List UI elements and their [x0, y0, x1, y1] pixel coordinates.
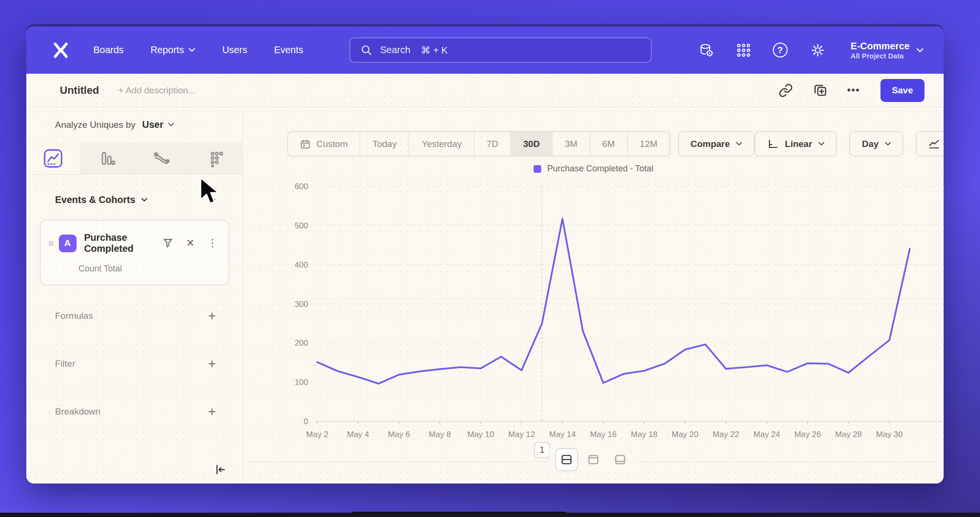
mixpanel-logo-icon[interactable] [48, 38, 73, 63]
event-card-purchase-completed[interactable]: ≡ A Purchase Completed ✕ ⋮ Count Total [40, 220, 229, 285]
help-icon[interactable]: ? [773, 43, 788, 57]
add-filter-button[interactable]: + [208, 357, 216, 371]
events-cohorts-title[interactable]: Events & Cohorts [55, 194, 135, 205]
svg-text:May 16: May 16 [590, 430, 617, 439]
layout-table-only-button[interactable] [609, 448, 632, 471]
search-input[interactable]: Search ⌘ + K [349, 37, 652, 63]
chevron-down-icon [168, 123, 174, 127]
svg-text:May 6: May 6 [388, 430, 410, 439]
collapse-sidebar-icon[interactable] [214, 463, 226, 476]
share-link-icon[interactable] [779, 83, 793, 98]
compare-dropdown[interactable]: Compare [678, 131, 755, 157]
tab-bar-chart[interactable] [80, 143, 134, 174]
chevron-down-icon [736, 142, 742, 146]
svg-text:300: 300 [295, 300, 308, 309]
kebab-menu-icon[interactable]: ⋮ [207, 237, 218, 249]
range-label: 6M [602, 139, 615, 149]
layout-bottom-bar-icon [614, 453, 626, 466]
bar-chart-tab-icon [98, 149, 116, 168]
chevron-down-icon [885, 142, 891, 146]
calendar-icon [300, 139, 311, 149]
nav-item-boards[interactable]: Boards [93, 45, 123, 56]
nav-item-label: Events [274, 45, 303, 56]
svg-text:May 30: May 30 [876, 430, 903, 439]
data-management-icon[interactable] [698, 42, 714, 58]
search-area: Search ⌘ + K [303, 37, 698, 63]
app-window: Boards Reports Users Events Search ⌘ + K [26, 26, 944, 483]
settings-gear-icon[interactable] [810, 42, 826, 58]
chevron-down-icon [189, 48, 195, 52]
flows-tab-icon [153, 149, 171, 168]
svg-text:600: 600 [295, 182, 308, 191]
search-placeholder: Search [380, 45, 410, 56]
chart-svg[interactable]: 0100200300400500600May 2May 4May 6May 8M… [243, 177, 944, 464]
duplicate-icon[interactable] [813, 83, 827, 98]
nav-item-events[interactable]: Events [274, 45, 303, 56]
range-label: Yesterday [422, 139, 462, 149]
layout-split-rows-button[interactable] [555, 448, 578, 471]
project-switcher[interactable]: E-Commerce All Project Data [851, 40, 924, 60]
tab-insights-line[interactable] [26, 143, 80, 174]
interval-dropdown[interactable]: Day [849, 131, 903, 157]
search-shortcut: ⌘ + K [421, 45, 448, 56]
chart-legend: Purchase Completed - Total [243, 164, 944, 174]
save-button[interactable]: Save [880, 79, 924, 102]
range-3m[interactable]: 3M [553, 132, 590, 156]
project-name: E-Commerce [851, 40, 910, 52]
report-title[interactable]: Untitled [60, 84, 99, 97]
svg-text:200: 200 [295, 338, 308, 348]
add-description-field[interactable]: + Add description... [118, 85, 779, 96]
svg-text:400: 400 [295, 260, 308, 270]
sidebar-section-breakdown: Breakdown + [55, 405, 216, 418]
nav-item-reports[interactable]: Reports [150, 45, 195, 56]
remove-event-icon[interactable]: ✕ [186, 237, 195, 249]
range-12m[interactable]: 12M [628, 132, 669, 156]
chart-type-dropdown[interactable]: Line [916, 131, 944, 157]
filter-funnel-icon[interactable] [162, 237, 174, 249]
range-30d[interactable]: 30D [511, 132, 553, 156]
section-label: Formulas [55, 311, 93, 321]
layout-chart-only-button[interactable] [582, 448, 605, 471]
svg-text:May 28: May 28 [835, 430, 862, 439]
range-today[interactable]: Today [360, 132, 410, 156]
svg-text:1: 1 [540, 445, 545, 455]
retention-tab-icon [207, 149, 225, 168]
event-name[interactable]: Purchase Completed [84, 232, 162, 254]
tab-flows[interactable] [135, 143, 189, 174]
nav-item-users[interactable]: Users [222, 45, 247, 56]
linear-axis-icon [767, 138, 779, 150]
range-label: Custom [316, 139, 347, 149]
query-sidebar: Analyze Uniques by User [26, 107, 243, 483]
apps-grid-icon[interactable] [736, 43, 751, 57]
section-label: Filter [55, 359, 75, 369]
tab-retention[interactable] [189, 143, 243, 174]
sidebar-section-filter: Filter + [55, 357, 216, 371]
project-scope: All Project Data [851, 52, 910, 60]
add-formula-button[interactable]: + [208, 309, 216, 323]
range-7d[interactable]: 7D [475, 132, 511, 156]
svg-text:500: 500 [295, 221, 308, 230]
svg-text:100: 100 [295, 378, 308, 387]
add-event-button[interactable]: + [208, 193, 216, 206]
events-cohorts-header: Events & Cohorts + [55, 193, 216, 206]
range-6m[interactable]: 6M [590, 132, 628, 156]
svg-text:May 22: May 22 [713, 430, 739, 439]
range-yesterday[interactable]: Yesterday [410, 132, 475, 156]
date-range-selector: Custom Today Yesterday 7D 30D 3M 6M 12M [287, 131, 670, 157]
range-label: Today [372, 139, 397, 149]
nav-item-label: Boards [93, 45, 123, 56]
analyze-label: Analyze Uniques by [55, 120, 135, 130]
scale-dropdown[interactable]: Linear [755, 131, 837, 157]
bottom-bar [0, 513, 980, 517]
event-metric[interactable]: Count Total [78, 264, 218, 274]
range-custom[interactable]: Custom [288, 132, 360, 156]
chevron-down-icon [916, 48, 924, 53]
analyze-value-dropdown[interactable]: User [142, 119, 163, 130]
help-glyph: ? [777, 45, 783, 56]
svg-text:May 20: May 20 [672, 430, 699, 439]
section-label: Breakdown [55, 406, 100, 417]
drag-handle-icon[interactable]: ≡ [48, 238, 54, 249]
more-options-icon[interactable]: ••• [847, 85, 860, 96]
add-breakdown-button[interactable]: + [208, 405, 216, 418]
range-label: 12M [640, 139, 657, 149]
